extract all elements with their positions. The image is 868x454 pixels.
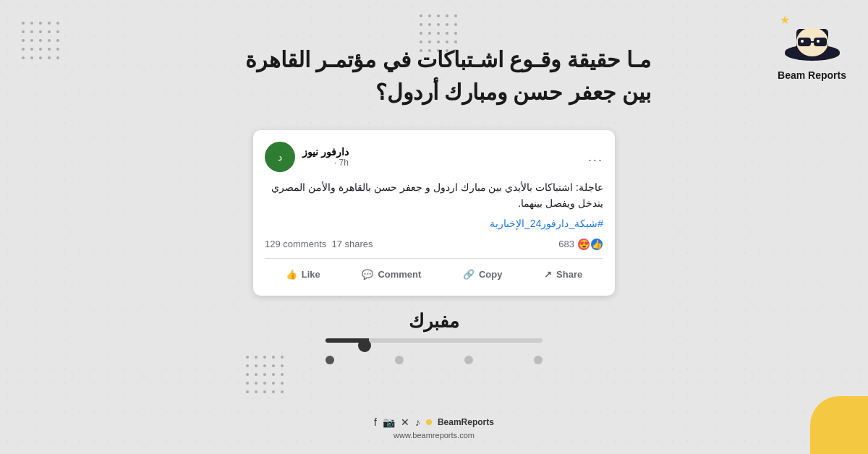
slider-tick-1 bbox=[326, 356, 334, 364]
page-wrapper: ★ Beam Reports bbox=[0, 0, 868, 454]
facebook-icon[interactable]: f bbox=[374, 416, 377, 428]
comment-icon: 💬 bbox=[362, 269, 373, 280]
like-icon: 👍 bbox=[286, 269, 297, 280]
slider-thumb[interactable] bbox=[358, 339, 371, 352]
like-reaction: 👍 bbox=[590, 238, 603, 251]
fb-hashtag[interactable]: #شبكة_دارفور24_الإخبارية bbox=[265, 218, 603, 229]
tiktok-icon[interactable]: ♪ bbox=[415, 416, 420, 428]
fb-like-button[interactable]: 👍 Like bbox=[277, 265, 329, 284]
copy-icon: 🔗 bbox=[463, 269, 475, 280]
slider-tick-4 bbox=[534, 356, 542, 364]
fb-comments-shares: 129 comments 17 shares bbox=[265, 239, 373, 249]
article-headline: مـا حقيقة وقـوع اشـتباكات في مؤتمـر القا… bbox=[217, 43, 651, 108]
fb-share-button[interactable]: ↗ Share bbox=[535, 265, 591, 284]
fb-page-name: دارفور نيوز bbox=[302, 146, 349, 158]
fb-comment-button[interactable]: 💬 Comment bbox=[353, 265, 430, 284]
love-reaction: 😍 bbox=[577, 238, 590, 251]
page-footer: f 📷 ✕ ♪ BeamReports www.beamreports.com bbox=[374, 416, 494, 440]
reaction-emoji-group: 😍 👍 bbox=[577, 238, 603, 251]
fb-action-buttons: 👍 Like 💬 Comment 🔗 Copy ↗ Share bbox=[265, 259, 603, 284]
fb-reactions-count: 683 bbox=[558, 239, 574, 249]
svg-text:د: د bbox=[278, 151, 282, 163]
credibility-slider[interactable] bbox=[326, 338, 542, 364]
fb-more-options[interactable]: ... bbox=[588, 150, 603, 165]
fb-post-stats: 129 comments 17 shares 683 😍 👍 bbox=[265, 238, 603, 259]
fb-copy-button[interactable]: 🔗 Copy bbox=[454, 265, 511, 284]
fb-post-body: عاجلة: اشتباكات بالأيدي بين مبارك اردول … bbox=[265, 179, 603, 212]
main-content: مـا حقيقة وقـوع اشـتباكات في مؤتمـر القا… bbox=[0, 0, 868, 454]
verdict-section: مفبرك bbox=[326, 310, 542, 364]
twitter-x-icon[interactable]: ✕ bbox=[401, 416, 409, 428]
instagram-icon[interactable]: 📷 bbox=[383, 416, 395, 428]
fb-page-avatar: د bbox=[265, 142, 295, 172]
footer-brand-text: BeamReports bbox=[438, 417, 494, 427]
social-icons-row: f 📷 ✕ ♪ BeamReports bbox=[374, 416, 494, 428]
dot-separator bbox=[426, 419, 432, 425]
slider-tick-2 bbox=[395, 356, 404, 364]
fb-post-time: 7h · bbox=[302, 158, 349, 168]
facebook-post-card: ... دارفور نيوز 7h · د عاجلة: bbox=[253, 130, 615, 296]
fb-page-meta: دارفور نيوز 7h · bbox=[302, 146, 349, 168]
verdict-label: مفبرك bbox=[326, 310, 542, 333]
fb-post-header: ... دارفور نيوز 7h · د bbox=[265, 142, 603, 172]
fb-reactions: 683 😍 👍 bbox=[558, 238, 603, 251]
yellow-accent-decoration bbox=[810, 396, 868, 454]
website-url[interactable]: www.beamreports.com bbox=[393, 431, 475, 440]
share-icon: ↗ bbox=[544, 269, 552, 280]
slider-tick-3 bbox=[464, 356, 473, 364]
fb-page-info-group: دارفور نيوز 7h · د bbox=[265, 142, 349, 172]
